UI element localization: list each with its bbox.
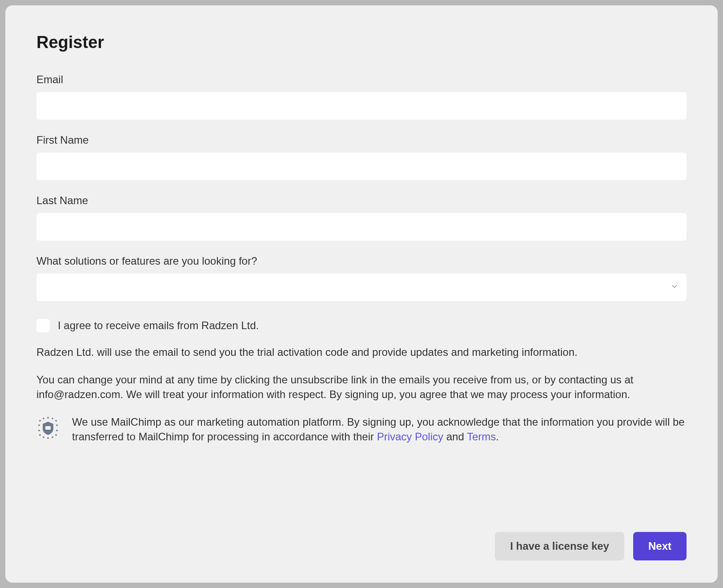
email-label: Email	[36, 73, 687, 86]
solutions-label: What solutions or features are you looki…	[36, 255, 687, 267]
register-modal: Register Email First Name Last Name What…	[5, 5, 718, 583]
last-name-label: Last Name	[36, 194, 687, 207]
next-button[interactable]: Next	[633, 532, 687, 560]
mailchimp-text: We use MailChimp as our marketing automa…	[72, 415, 687, 444]
consent-checkbox[interactable]	[36, 319, 50, 332]
svg-point-10	[43, 436, 44, 438]
svg-point-1	[43, 418, 44, 419]
solutions-dropdown[interactable]	[36, 274, 687, 301]
mailchimp-shield-icon	[36, 416, 60, 439]
email-field-group: Email	[36, 73, 687, 120]
svg-rect-14	[45, 426, 51, 430]
mailchimp-suffix: .	[496, 431, 499, 443]
svg-point-8	[52, 436, 53, 438]
mailchimp-notice: We use MailChimp as our marketing automa…	[36, 415, 687, 444]
svg-point-13	[38, 424, 40, 426]
modal-title: Register	[36, 33, 687, 52]
svg-point-0	[39, 420, 41, 422]
usage-info-text: Radzen Ltd. will use the email to send y…	[36, 345, 687, 360]
privacy-policy-link[interactable]: Privacy Policy	[377, 431, 443, 443]
unsubscribe-info-text: You can change your mind at any time by …	[36, 372, 687, 402]
first-name-label: First Name	[36, 134, 687, 146]
last-name-input[interactable]	[36, 213, 687, 241]
consent-checkbox-row: I agree to receive emails from Radzen Lt…	[36, 319, 687, 332]
svg-point-7	[55, 434, 57, 436]
solutions-field-group: What solutions or features are you looki…	[36, 255, 687, 301]
license-key-button[interactable]: I have a license key	[495, 532, 624, 560]
terms-link[interactable]: Terms	[467, 431, 496, 443]
last-name-field-group: Last Name	[36, 194, 687, 241]
consent-checkbox-label: I agree to receive emails from Radzen Lt…	[58, 319, 259, 332]
button-row: I have a license key Next	[36, 532, 687, 560]
svg-point-6	[56, 430, 58, 431]
svg-point-4	[55, 420, 57, 422]
first-name-input[interactable]	[36, 153, 687, 180]
svg-point-3	[52, 418, 53, 419]
first-name-field-group: First Name	[36, 134, 687, 180]
svg-point-9	[47, 437, 49, 439]
email-input[interactable]	[36, 92, 687, 120]
svg-point-12	[38, 430, 40, 431]
svg-point-5	[56, 424, 58, 426]
mailchimp-and: and	[443, 431, 467, 443]
svg-point-11	[39, 434, 41, 436]
chevron-down-icon	[671, 282, 679, 292]
svg-point-2	[47, 417, 49, 419]
